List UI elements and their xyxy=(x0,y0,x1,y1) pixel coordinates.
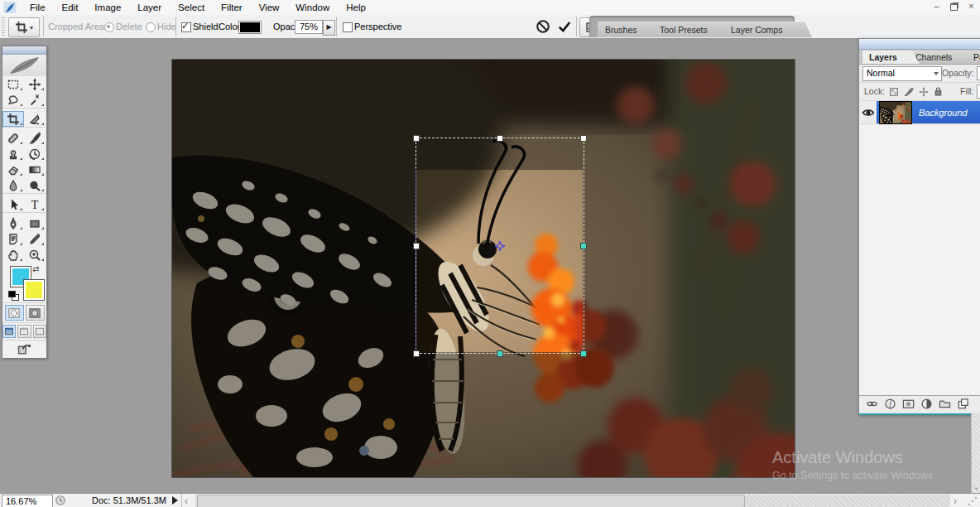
hide-radio[interactable] xyxy=(146,22,156,32)
vertical-scrollbar-track[interactable]: ⌄ xyxy=(971,413,980,493)
minimize-button[interactable]: – xyxy=(930,1,944,12)
lasso-tool[interactable] xyxy=(2,92,24,108)
brush-tool[interactable] xyxy=(24,130,46,146)
horizontal-scrollbar-thumb[interactable] xyxy=(197,495,745,507)
rectangular-marquee-tool[interactable] xyxy=(2,76,24,92)
perspective-label[interactable]: Perspective xyxy=(354,15,401,38)
commit-crop-button[interactable] xyxy=(556,19,573,34)
well-tab-layer-comps[interactable]: Layer Comps xyxy=(723,22,812,37)
gradient-tool[interactable] xyxy=(24,162,46,177)
pen-tool[interactable] xyxy=(2,215,24,231)
shield-color-swatch[interactable] xyxy=(238,21,262,34)
full-screen-button[interactable] xyxy=(33,325,46,338)
palette-tab-layers[interactable]: Layers xyxy=(862,51,920,64)
menu-file[interactable]: File xyxy=(22,0,54,15)
opacity-field[interactable]: 75% xyxy=(295,20,323,34)
blend-mode-select[interactable]: Normal xyxy=(862,66,942,81)
layer-visibility-cell[interactable] xyxy=(859,101,877,123)
scroll-right-arrow[interactable]: › xyxy=(954,495,957,507)
menu-window[interactable]: Window xyxy=(287,0,338,15)
toolbox-grab-bar[interactable] xyxy=(2,46,46,55)
cancel-crop-button[interactable] xyxy=(535,19,551,34)
lock-position-icon[interactable] xyxy=(917,85,930,98)
swap-colors-icon[interactable]: ⇄ xyxy=(32,264,39,273)
crop-tool[interactable] xyxy=(2,111,24,127)
crop-handle-bottom-right[interactable] xyxy=(580,350,587,357)
status-menu-arrow[interactable] xyxy=(171,496,179,505)
new-layer-icon[interactable] xyxy=(957,398,969,409)
crop-handle-top-left[interactable] xyxy=(413,135,420,142)
crop-handle-mid-left[interactable] xyxy=(413,243,420,249)
zoom-tool[interactable] xyxy=(24,247,46,263)
palette-tab-paths[interactable]: Paths xyxy=(967,51,980,64)
zoom-level-field[interactable]: 16.67% xyxy=(2,495,53,507)
dodge-tool[interactable] xyxy=(24,177,46,193)
edit-in-imageready-button[interactable] xyxy=(12,342,38,356)
crop-handle-bottom-mid[interactable] xyxy=(497,350,503,357)
eraser-tool[interactable] xyxy=(2,162,24,177)
blur-tool[interactable] xyxy=(2,177,24,193)
crop-handle-mid-right[interactable] xyxy=(580,243,587,249)
layer-fill-field[interactable]: 100 xyxy=(977,84,980,99)
restore-button[interactable] xyxy=(947,1,961,12)
spot-healing-brush-tool[interactable] xyxy=(2,130,24,146)
layer-name[interactable]: Background xyxy=(919,108,968,118)
lock-image-icon[interactable] xyxy=(902,85,915,98)
menu-view[interactable]: View xyxy=(251,0,288,15)
notes-tool[interactable] xyxy=(2,231,24,247)
selected-layer[interactable]: Background xyxy=(877,101,980,123)
hide-label[interactable]: Hide xyxy=(157,15,176,38)
close-button[interactable]: × xyxy=(964,1,978,12)
activate-windows-text: Activate Windows xyxy=(772,448,903,467)
shield-label[interactable]: Shield xyxy=(193,15,219,38)
opacity-arrow-button[interactable]: ▶ xyxy=(323,20,335,36)
new-group-icon[interactable] xyxy=(939,398,951,409)
hand-tool[interactable] xyxy=(2,247,24,263)
path-selection-tool[interactable] xyxy=(2,196,24,212)
menu-edit[interactable]: Edit xyxy=(54,0,87,15)
layer-style-icon[interactable]: f xyxy=(884,398,896,409)
history-brush-tool[interactable] xyxy=(24,146,46,162)
default-colors-icon[interactable] xyxy=(8,291,18,300)
standard-mode-button[interactable] xyxy=(5,305,24,321)
clone-stamp-tool[interactable] xyxy=(2,146,24,162)
scroll-down-arrow[interactable]: ⌄ xyxy=(972,482,980,493)
status-options-icon[interactable] xyxy=(55,495,66,506)
link-layers-icon[interactable] xyxy=(866,398,878,409)
move-tool[interactable] xyxy=(24,76,46,92)
shape-tool[interactable] xyxy=(24,215,46,231)
perspective-checkbox[interactable] xyxy=(343,22,353,32)
delete-label[interactable]: Delete xyxy=(116,15,142,38)
standard-screen-button[interactable] xyxy=(2,325,16,338)
menu-filter[interactable]: Filter xyxy=(213,0,251,15)
lock-all-icon[interactable] xyxy=(932,85,944,98)
crop-center-marker[interactable] xyxy=(495,241,505,251)
scroll-left-arrow[interactable]: ‹ xyxy=(185,495,188,507)
menu-image[interactable]: Image xyxy=(86,0,129,15)
layer-opacity-field[interactable]: 100 xyxy=(977,66,980,80)
crop-marquee[interactable] xyxy=(416,138,584,354)
background-color-swatch[interactable] xyxy=(23,279,45,301)
menu-help[interactable]: Help xyxy=(338,0,374,15)
eyedropper-tool[interactable] xyxy=(24,231,46,247)
shield-checkbox[interactable] xyxy=(181,22,191,32)
delete-radio[interactable] xyxy=(104,22,114,32)
palette-title-bar[interactable] xyxy=(859,39,980,50)
full-screen-menubar-button[interactable] xyxy=(17,325,31,338)
type-tool[interactable]: T xyxy=(24,196,46,212)
slice-tool[interactable] xyxy=(24,111,46,127)
crop-handle-top-mid[interactable] xyxy=(497,135,503,142)
tool-preset-picker[interactable]: ▾ xyxy=(8,17,40,37)
magic-wand-tool[interactable] xyxy=(24,92,46,108)
crop-handle-bottom-left[interactable] xyxy=(413,350,420,357)
menu-layer[interactable]: Layer xyxy=(129,0,170,15)
resize-grip[interactable] xyxy=(967,495,978,506)
crop-handle-top-right[interactable] xyxy=(580,135,587,142)
quick-mask-mode-button[interactable] xyxy=(26,305,45,321)
lock-transparent-icon[interactable] xyxy=(887,85,900,98)
layer-row-background[interactable]: Background xyxy=(859,101,980,124)
menu-select[interactable]: Select xyxy=(170,0,213,15)
document-canvas[interactable] xyxy=(172,60,795,477)
adjustment-layer-icon[interactable] xyxy=(920,398,933,409)
layer-mask-icon[interactable] xyxy=(902,398,915,409)
